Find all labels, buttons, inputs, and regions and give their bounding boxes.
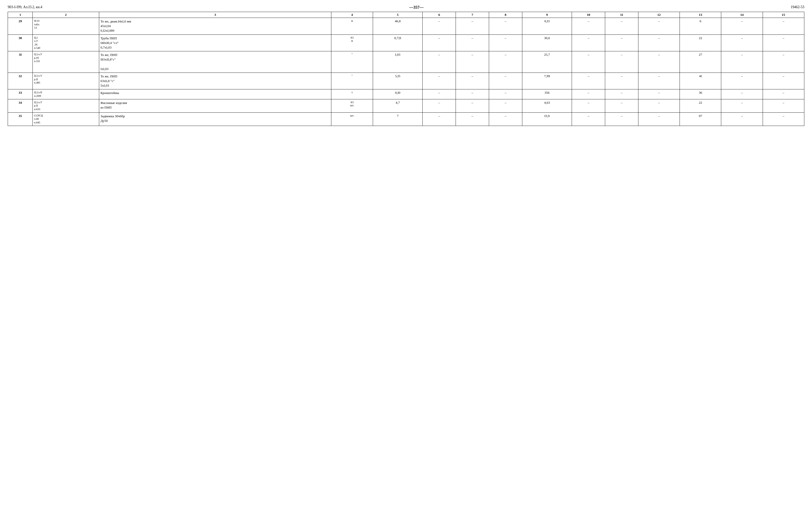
row-col-14: – [721, 89, 763, 99]
row-col-10: – [572, 89, 605, 99]
row-col-12: – [638, 18, 680, 35]
row-reference: Ц.I,ч.У р.II п.485 [33, 73, 99, 89]
row-col-8: – [489, 99, 522, 112]
row-reference: Ц.I,ч.У р.II п.633 [33, 99, 99, 112]
col-header-8: 8 [489, 12, 522, 18]
row-unit: IO м [331, 34, 373, 51]
row-col-8: – [489, 34, 522, 51]
row-description: То же, диам.I4хI,6 мм 45хI,04 0,I2хI,089 [99, 18, 331, 35]
row-description: Труба ПНП I40хI0,4 "сл" 0,7хI,03 [99, 34, 331, 51]
row-col-14: – [721, 73, 763, 89]
table-header-row: 1 2 3 4 5 6 7 8 9 10 11 12 13 14 15 [8, 12, 804, 18]
row-col-11: – [605, 34, 638, 51]
row-number: 29 [8, 18, 33, 35]
row-col-7: – [456, 34, 489, 51]
row-col-6: – [423, 89, 456, 99]
row-col-12: – [638, 99, 680, 112]
row-col-14: – [721, 51, 763, 73]
row-col-5: 0,72I [373, 34, 423, 51]
row-col-8: – [489, 18, 522, 35]
row-col-5: 0,I0 [373, 89, 423, 99]
row-col-11: – [605, 112, 638, 126]
row-col-10: – [572, 99, 605, 112]
row-col-5: I,03 [373, 51, 423, 73]
row-col-15: – [763, 34, 804, 51]
col-header-1: 1 [8, 12, 33, 18]
col-header-4: 4 [331, 12, 373, 18]
row-col-14: – [721, 112, 763, 126]
row-number: 34 [8, 99, 33, 112]
row-number: 3I [8, 51, 33, 73]
row-col-13: 4I [680, 73, 721, 89]
row-col-9: 7,99 [522, 73, 572, 89]
page-header: 903-I-I99, Ал.I3.2, кн.4 —357— 19462-53 [8, 5, 804, 10]
row-col-10: – [572, 73, 605, 89]
row-unit: шт. [331, 112, 373, 126]
row-col-13: 97 [680, 112, 721, 126]
row-unit: IO шт. [331, 99, 373, 112]
row-unit: " [331, 51, 373, 73]
row-col-10: – [572, 18, 605, 35]
col-header-9: 9 [522, 12, 572, 18]
row-col-7: – [456, 73, 489, 89]
table-row: 32Ц.I,ч.У р.II п.485То же, ПНП 63х6,8 "с… [8, 73, 804, 89]
row-col-13: 27 [680, 51, 721, 73]
col-header-7: 7 [456, 12, 489, 18]
row-col-12: – [638, 112, 680, 126]
row-col-13: 36 [680, 89, 721, 99]
row-col-7: – [456, 18, 489, 35]
main-table: 1 2 3 4 5 6 7 8 9 10 11 12 13 14 15 290I… [8, 12, 804, 126]
doc-year: 19462-53 [791, 5, 804, 9]
row-col-11: – [605, 99, 638, 112]
row-reference: Ц.I ч.У .IX п.540 [33, 34, 99, 51]
row-col-15: – [763, 89, 804, 99]
table-row: 290I-I3 табл. 3.IТо же, диам.I4хI,6 мм 4… [8, 18, 804, 35]
table-row: 3IЦ.I,ч.У р.IX п.55IТо же, ПНП IIOхII,8"… [8, 51, 804, 73]
row-unit: м [331, 18, 373, 35]
row-col-9: 0,I3 [522, 18, 572, 35]
row-reference: Ц.I,ч.II п.20I9 [33, 89, 99, 99]
row-description: Фасонные изделия из ПНП [99, 99, 331, 112]
row-col-7: – [456, 89, 489, 99]
row-reference: Ц.I,ч.У р.IX п.55I [33, 51, 99, 73]
table-row: 33Ц.I,ч.II п.20I9Кронштейныт0,I0–––356––… [8, 89, 804, 99]
row-col-14: – [721, 18, 763, 35]
col-header-10: 10 [572, 12, 605, 18]
row-col-12: – [638, 34, 680, 51]
row-col-13: 6 [680, 18, 721, 35]
row-col-5: 5,I5 [373, 73, 423, 89]
col-header-14: 14 [721, 12, 763, 18]
row-col-12: – [638, 73, 680, 89]
row-col-5: 7 [373, 112, 423, 126]
doc-reference: 903-I-I99, Ал.I3.2, кн.4 [8, 5, 42, 9]
row-col-12: – [638, 89, 680, 99]
row-col-5: 46,8 [373, 18, 423, 35]
row-col-8: – [489, 73, 522, 89]
row-col-10: – [572, 112, 605, 126]
row-unit: т [331, 89, 373, 99]
row-col-13: 22 [680, 34, 721, 51]
row-col-9: I3,9 [522, 112, 572, 126]
row-number: 30 [8, 34, 33, 51]
row-col-8: – [489, 89, 522, 99]
col-header-3: 3 [99, 12, 331, 18]
row-col-15: – [763, 18, 804, 35]
row-description: Задвижка 30ч6бр Ду50 [99, 112, 331, 126]
row-col-7: – [456, 99, 489, 112]
row-col-6: – [423, 51, 456, 73]
row-col-7: – [456, 51, 489, 73]
row-col-9: 356 [522, 89, 572, 99]
row-col-15: – [763, 51, 804, 73]
row-col-10: – [572, 51, 605, 73]
col-header-15: 15 [763, 12, 804, 18]
row-col-6: – [423, 73, 456, 89]
row-col-11: – [605, 73, 638, 89]
table-row: 34Ц.I,ч.У р.II п.633Фасонные изделия из … [8, 99, 804, 112]
row-number: 35 [8, 112, 33, 126]
row-col-9: 4,63 [522, 99, 572, 112]
row-number: 33 [8, 89, 33, 99]
row-col-11: – [605, 18, 638, 35]
col-header-5: 5 [373, 12, 423, 18]
row-col-14: – [721, 34, 763, 51]
row-col-13: 22 [680, 99, 721, 112]
